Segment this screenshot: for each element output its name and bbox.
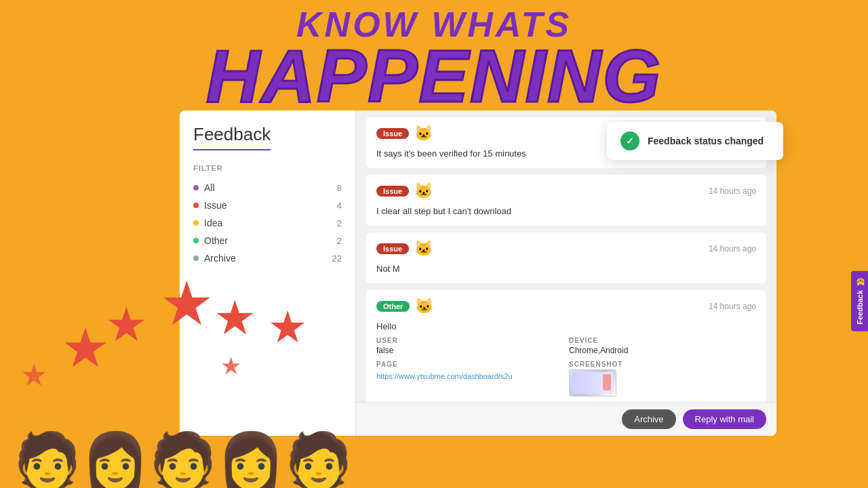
card-text-2: I clear all step but I can't download [376, 206, 756, 216]
dot-all [193, 185, 199, 190]
filter-other-count: 2 [337, 236, 342, 246]
person-2: 👩 [81, 434, 149, 488]
action-bar: Archive Reply with mail [356, 402, 776, 436]
toast-notification: ✓ Feedback status changed [607, 122, 783, 160]
filter-item-issue[interactable]: Issue 4 [193, 197, 342, 214]
badge-issue-3: Issue [376, 243, 409, 254]
side-tab-icon: 🐱 [855, 278, 864, 287]
people-row: 🧑 👩 🧑 👩 🧑 [14, 434, 353, 488]
avatar-3: 🐱 [414, 239, 433, 258]
screenshot-inner [572, 372, 613, 394]
page-label: PAGE [376, 361, 564, 368]
filter-label: FILTER [193, 164, 342, 172]
dot-other [193, 238, 199, 243]
time-2: 14 hours ago [709, 186, 756, 196]
header-line2: HAPPENING [0, 42, 868, 109]
avatar-1: 🐱 [414, 124, 433, 143]
user-label: USER [376, 337, 564, 344]
dot-idea [193, 220, 199, 226]
dot-archive [193, 256, 199, 261]
filter-issue-count: 4 [337, 201, 342, 211]
device-value: Chrome,Android [569, 346, 756, 355]
filter-item-archive[interactable]: Archive 22 [193, 249, 342, 267]
badge-issue-1: Issue [376, 128, 409, 139]
screenshot-label: SCREENSHOT [569, 361, 756, 368]
sidebar: Feedback FILTER All 8 Issue 4 Idea 2 [180, 110, 356, 436]
badge-other-4: Other [376, 301, 410, 312]
side-feedback-tab[interactable]: Feedback 🐱 [851, 271, 868, 331]
toast-check-icon: ✓ [620, 131, 639, 150]
reply-button[interactable]: Reply with mail [683, 409, 766, 429]
filter-other-name: Other [204, 235, 228, 246]
filter-idea-name: Idea [204, 218, 222, 228]
filter-archive-count: 22 [332, 253, 342, 264]
filter-all-count: 8 [337, 183, 342, 193]
filter-item-idea[interactable]: Idea 2 [193, 214, 342, 232]
side-tab-label: Feedback [856, 290, 864, 325]
page-link[interactable]: https://www.ytsubme.com/dashboard/s2u [376, 372, 513, 380]
filter-item-all[interactable]: All 8 [193, 179, 342, 197]
sidebar-title: Feedback [193, 124, 271, 150]
feedback-card-3: Issue 🐱 14 hours ago Not M [366, 232, 766, 283]
feedback-card-2: Issue 🐱 14 hours ago I clear all step bu… [366, 175, 766, 226]
avatar-4: 🐱 [415, 297, 434, 316]
dot-issue [193, 203, 199, 208]
star-6: ★ [20, 357, 47, 393]
filter-idea-count: 2 [337, 218, 342, 228]
person-5: 🧑 [285, 434, 353, 488]
star-1: ★ [61, 317, 110, 380]
device-label: DEVICE [569, 337, 756, 344]
filter-archive-name: Archive [204, 253, 236, 264]
card-text-3: Not M [376, 264, 756, 274]
person-1: 🧑 [14, 434, 81, 488]
user-value: false [376, 346, 564, 355]
time-3: 14 hours ago [709, 244, 756, 253]
filter-item-other[interactable]: Other 2 [193, 232, 342, 249]
archive-button[interactable]: Archive [622, 409, 675, 429]
filter-issue-name: Issue [204, 200, 226, 211]
screenshot-thumb [569, 369, 616, 396]
toast-message: Feedback status changed [648, 136, 764, 146]
feedback-card-4: Other 🐱 14 hours ago Hello USER false DE… [366, 290, 766, 403]
person-4: 👩 [217, 434, 285, 488]
star-2: ★ [105, 297, 148, 352]
avatar-2: 🐱 [414, 182, 433, 201]
filter-all-name: All [204, 182, 215, 193]
person-3: 🧑 [149, 434, 217, 488]
badge-issue-2: Issue [376, 186, 409, 197]
card-text-4: Hello [376, 321, 756, 331]
time-4: 14 hours ago [709, 302, 756, 311]
header-banner: KNOW WHATS HAPPENING [0, 0, 868, 113]
